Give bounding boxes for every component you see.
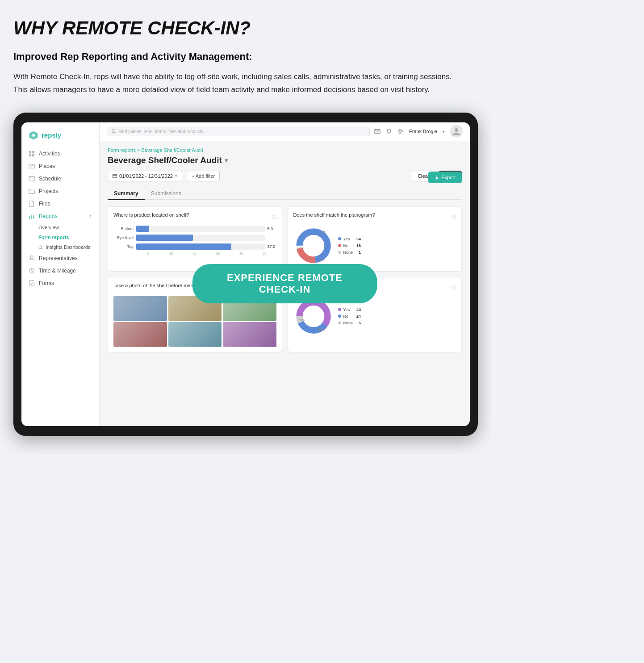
photo-cell-5 <box>168 322 222 347</box>
sidebar-item-activities[interactable]: Activities <box>21 147 99 160</box>
svg-line-26 <box>115 132 116 134</box>
add-filter-button[interactable]: + Add filter <box>187 171 220 181</box>
gear-icon[interactable] <box>397 128 404 134</box>
date-dropdown-icon[interactable]: ▾ <box>175 174 177 178</box>
legend2-value-none: 5 <box>359 321 361 325</box>
axis-50: 50 <box>253 252 276 256</box>
legend2-yes: Yes 44 <box>338 307 361 312</box>
axis-30: 30 <box>206 252 230 256</box>
sidebar-label-forms: Forms <box>39 280 54 286</box>
bar-fill-eyelevel <box>136 235 193 241</box>
legend2-none: None 5 <box>338 321 361 325</box>
sidebar: repsly Activities Places Schedule <box>21 122 100 426</box>
sidebar-item-schedule[interactable]: Schedule <box>21 172 99 185</box>
svg-text:74%: 74% <box>318 258 324 262</box>
bell-icon[interactable] <box>386 128 392 134</box>
search-placeholder: Find places, reps, forms, files and prod… <box>118 129 204 134</box>
svg-rect-5 <box>29 154 31 156</box>
legend-value-none: 1 <box>359 250 361 255</box>
bar-label-top: Top <box>113 244 134 249</box>
title-dropdown-icon[interactable]: ▾ <box>225 157 228 164</box>
sidebar-label-representatives: Representatives <box>39 255 78 261</box>
svg-rect-34 <box>113 174 117 178</box>
bar-chart: Bottom 5.0 Eye-level <box>113 226 276 250</box>
sidebar-item-timemileage[interactable]: Time & Mileage <box>21 264 99 277</box>
search-bar[interactable]: Find places, reps, forms, files and prod… <box>107 127 370 136</box>
legend-none: None 1 <box>338 250 361 255</box>
user-dropdown-arrow[interactable]: ▾ <box>443 129 445 134</box>
repsly-logo-icon <box>29 130 38 140</box>
legend2-value-yes: 44 <box>356 307 361 312</box>
photo-cell-6 <box>223 322 276 347</box>
mail-icon[interactable] <box>374 128 381 134</box>
export-button[interactable]: Export <box>428 172 462 183</box>
chart-card-location: Where is product located on shelf? ⓘ Bot… <box>108 206 282 272</box>
sidebar-item-places[interactable]: Places <box>21 160 99 172</box>
sidebar-item-reports[interactable]: Reports ∧ <box>21 210 99 222</box>
avatar <box>450 125 463 138</box>
topbar-right: Frank Brogie ▾ <box>374 125 463 138</box>
bar-fill-top <box>136 243 231 250</box>
bar-axis: 0 10 20 30 40 50 <box>136 252 276 256</box>
legend2-dot-none <box>338 321 341 324</box>
legend-dot-yes <box>338 237 341 240</box>
sidebar-item-projects[interactable]: Projects <box>21 185 99 197</box>
donut-chart-1: 1% 74% <box>293 226 334 266</box>
svg-rect-14 <box>33 215 34 219</box>
axis-10: 10 <box>159 252 183 256</box>
svg-point-2 <box>32 134 35 137</box>
svg-text:80%: 80% <box>318 327 325 331</box>
sidebar-subitem-insights[interactable]: Insights Dashboards <box>21 242 99 252</box>
chart-card-planogram: Does the shelf match the planogram? ⓘ <box>288 206 462 272</box>
date-filter[interactable]: 01/01/2022 - 12/31/2022 ▾ <box>108 171 182 181</box>
file-icon <box>29 201 35 207</box>
report-title: Beverage Shelf/Cooler Audit ▾ <box>108 155 462 165</box>
logo-text: repsly <box>42 131 61 139</box>
legend-label-no: No <box>343 243 351 248</box>
bar-row-top: Top 37.0 <box>113 243 276 250</box>
calendar-icon <box>29 176 35 182</box>
chart4-info-icon[interactable]: ⓘ <box>452 285 456 291</box>
legend-dot-no <box>338 244 341 247</box>
sidebar-subitem-overview[interactable]: Overview <box>21 222 99 232</box>
tablet-screen: repsly Activities Places Schedule <box>21 122 470 426</box>
user-icon <box>29 255 35 261</box>
svg-point-25 <box>112 130 115 133</box>
sidebar-label-schedule: Schedule <box>39 176 61 182</box>
sidebar-item-forms[interactable]: Forms <box>21 277 99 290</box>
sidebar-item-representatives[interactable]: Representatives <box>21 252 99 264</box>
legend-label-none: None <box>343 250 353 255</box>
forms-icon <box>29 280 35 286</box>
export-icon <box>435 175 439 180</box>
breadcrumb: Form reports > Beverage Shelf/Cooler Aud… <box>108 147 462 153</box>
legend-value-yes: 54 <box>356 237 361 241</box>
main-content: Find places, reps, forms, files and prod… <box>100 122 470 426</box>
chart1-info-icon[interactable]: ⓘ <box>272 214 276 220</box>
chart2-title: Does the shelf match the planogram? <box>293 212 375 218</box>
cta-overlay[interactable]: EXPERIENCE REMOTE CHECK-IN <box>192 264 377 303</box>
svg-rect-4 <box>32 151 34 153</box>
sidebar-item-files[interactable]: Files <box>21 197 99 210</box>
sidebar-label-overview: Overview <box>38 225 59 230</box>
sidebar-label-files: Files <box>39 201 50 207</box>
bar-chart-icon <box>29 213 35 219</box>
chart-title-row-2: Does the shelf match the planogram? ⓘ <box>293 212 456 222</box>
sidebar-label-timemileage: Time & Mileage <box>39 268 76 274</box>
bar-row-bottom: Bottom 5.0 <box>113 226 276 232</box>
legend-label-yes: Yes <box>343 237 351 241</box>
sidebar-label-activities: Activities <box>39 151 60 157</box>
bar-track-bottom <box>136 226 265 232</box>
clock-icon <box>29 268 35 274</box>
tab-summary[interactable]: Summary <box>108 188 145 200</box>
donut-container-1: 1% 74% Yes 54 <box>293 226 456 266</box>
svg-line-16 <box>42 248 43 250</box>
tab-submissions[interactable]: Submissions <box>145 188 188 200</box>
chart2-info-icon[interactable]: ⓘ <box>452 214 456 220</box>
sidebar-subitem-formreports[interactable]: Form reports <box>21 232 99 242</box>
app-chrome: repsly Activities Places Schedule <box>21 122 470 426</box>
axis-40: 40 <box>230 252 253 256</box>
legend-dot-none <box>338 251 341 254</box>
sidebar-logo: repsly <box>21 129 99 147</box>
calendar-small-icon <box>113 174 117 178</box>
photo-cell-1 <box>113 296 167 321</box>
